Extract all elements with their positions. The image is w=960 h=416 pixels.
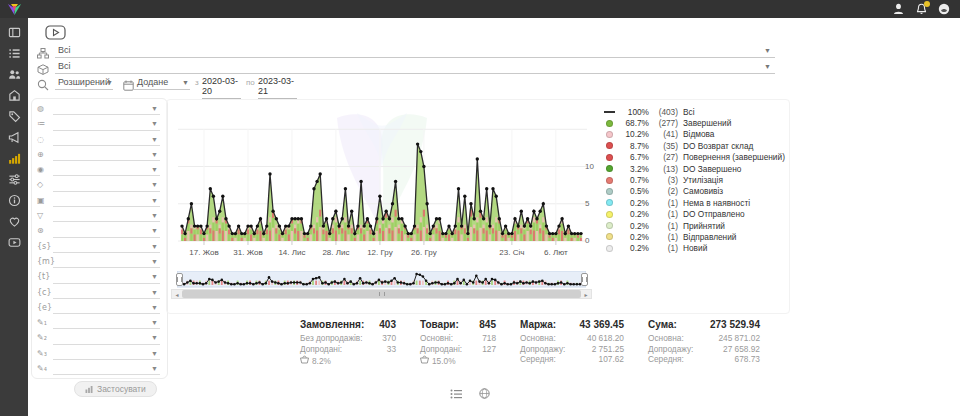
chevron-down-icon[interactable]: ▼ <box>151 243 158 250</box>
filter-product[interactable]: Всі ▼ <box>36 60 777 74</box>
filter-row-user-plus[interactable]: ⊕▼ <box>32 148 167 163</box>
chevron-down-icon[interactable]: ▼ <box>151 166 158 173</box>
filter-row-status[interactable]: ◌▼ <box>32 133 167 148</box>
legend-item[interactable]: 0.5%(2)Самовивіз <box>603 186 785 197</box>
sidebar-item-settings[interactable] <box>7 172 22 187</box>
chevron-down-icon[interactable]: ▼ <box>151 227 158 234</box>
chevron-down-icon[interactable]: ▼ <box>151 151 158 158</box>
user-icon[interactable] <box>892 3 904 15</box>
avatar-icon[interactable] <box>938 3 950 15</box>
chevron-down-icon[interactable]: ▼ <box>151 181 158 188</box>
legend-label: Утилізація <box>683 175 723 185</box>
legend-item[interactable]: 0.2%(1)DO Отправлено <box>603 209 785 220</box>
chevron-down-icon[interactable]: ▼ <box>151 197 158 204</box>
stat-sub-label: Основні: <box>420 333 453 344</box>
chevron-down-icon[interactable]: ▼ <box>764 63 771 70</box>
sidebar-item-store[interactable] <box>7 88 22 103</box>
filter-row-edit-4[interactable]: ✎₄▼ <box>32 362 167 377</box>
date-to-input[interactable]: 2023-03-21 <box>258 76 297 99</box>
legend-item[interactable]: 8.7%(35)DO Возврат склад <box>603 140 785 151</box>
chevron-down-icon[interactable]: ▼ <box>151 273 158 280</box>
sidebar-item-dashboard[interactable] <box>7 25 22 40</box>
filter-category[interactable]: Всі ▼ <box>36 44 777 58</box>
filter-row-edit-1[interactable]: ✎₁▼ <box>32 316 167 331</box>
filter-row-var-t[interactable]: {t}▼ <box>32 270 167 285</box>
chevron-down-icon[interactable]: ▼ <box>151 319 158 326</box>
y-tick-label: 5 <box>585 199 589 208</box>
legend-item[interactable]: 0.2%(1)Новий <box>603 243 785 254</box>
filter-row-package[interactable]: ◇▼ <box>32 178 167 193</box>
sidebar-item-analytics[interactable] <box>7 151 22 166</box>
date-field-select[interactable]: Додане <box>137 77 168 87</box>
navigator-right-handle[interactable] <box>581 273 588 286</box>
bell-icon[interactable] <box>915 3 927 15</box>
search-mode-select[interactable]: Розширений <box>58 77 110 87</box>
chevron-down-icon[interactable]: ▼ <box>151 120 158 127</box>
sidebar-item-customers[interactable] <box>7 67 22 82</box>
filter-underline <box>53 283 160 284</box>
range-navigator[interactable] <box>177 271 586 288</box>
chart-legend: 100%(403)Всі68.7%(277)Завершений10.2%(41… <box>603 106 785 254</box>
filter-row-edit-2[interactable]: ✎₂▼ <box>32 331 167 346</box>
legend-percent: 10.2% <box>619 129 649 139</box>
filter-row-coin[interactable]: ◉▼ <box>32 163 167 178</box>
filter-row-var-e[interactable]: {e}▼ <box>32 301 167 316</box>
legend-count: (1) <box>649 198 678 208</box>
chevron-down-icon[interactable]: ▼ <box>151 365 158 372</box>
chevron-down-icon[interactable]: ▼ <box>764 47 771 54</box>
filter-row-funnel[interactable]: ▽▼ <box>32 209 167 224</box>
chevron-down-icon[interactable]: ▼ <box>151 289 158 296</box>
scroll-left-arrow[interactable]: ◂ <box>172 290 182 298</box>
filter-row-sort[interactable]: ≔▼ <box>32 117 167 132</box>
filter-underline <box>53 160 160 161</box>
sidebar-item-promotions[interactable] <box>7 109 22 124</box>
sidebar-item-info[interactable] <box>7 193 22 208</box>
legend-item[interactable]: 0.2%(1)Відправлений <box>603 231 785 242</box>
chevron-down-icon[interactable]: ▼ <box>151 304 158 311</box>
filter-row-var-c[interactable]: {c}▼ <box>32 286 167 301</box>
filter-row-var-m[interactable]: {m}▼ <box>32 255 167 270</box>
date-from-input[interactable]: 2020-03-20 <box>202 76 241 99</box>
filter-row-wheel[interactable]: ◍▼ <box>32 102 167 117</box>
legend-item[interactable]: 6.7%(27)Повернення (завершений) <box>603 152 785 163</box>
filter-row-globe[interactable]: ⊛▼ <box>32 224 167 239</box>
stat-sub-label: Середня: <box>648 354 684 365</box>
chevron-down-icon[interactable]: ▼ <box>182 79 189 86</box>
apply-button[interactable]: Застосувати <box>74 381 157 397</box>
legend-item[interactable]: 68.7%(277)Завершений <box>603 117 785 128</box>
chevron-down-icon[interactable]: ▼ <box>151 212 158 219</box>
scroll-right-arrow[interactable]: ▸ <box>581 290 591 298</box>
chevron-down-icon[interactable]: ▼ <box>151 258 158 265</box>
filter-underline <box>53 344 160 345</box>
sidebar-item-video-tutorials[interactable] <box>7 235 22 250</box>
legend-item[interactable]: 0.7%(3)Утилізація <box>603 174 785 185</box>
legend-item[interactable]: 0.2%(1)Нема в наявності <box>603 197 785 208</box>
sidebar-item-support[interactable] <box>7 214 22 229</box>
legend-item[interactable]: 100%(403)Всі <box>603 106 785 117</box>
legend-count: (3) <box>649 175 678 185</box>
filter-row-image[interactable]: ▣▼ <box>32 194 167 209</box>
stat-value: 403 <box>379 319 396 330</box>
stat-title: Замовлення: <box>300 319 364 330</box>
chevron-down-icon[interactable]: ▼ <box>151 136 158 143</box>
legend-label: Самовивіз <box>683 186 723 196</box>
chevron-down-icon[interactable]: ▼ <box>151 334 158 341</box>
var-c-icon: {c} <box>37 288 52 297</box>
scrollbar-thumb[interactable] <box>182 290 581 298</box>
chevron-down-icon[interactable]: ▼ <box>106 79 113 86</box>
legend-item[interactable]: 0.2%(1)Прийнятий <box>603 220 785 231</box>
chevron-down-icon[interactable]: ▼ <box>151 105 158 112</box>
video-help-icon[interactable] <box>45 25 66 44</box>
chevron-down-icon[interactable]: ▼ <box>151 350 158 357</box>
legend-item[interactable]: 3.2%(13)DO Завершено <box>603 163 785 174</box>
filter-row-edit-3[interactable]: ✎₃▼ <box>32 347 167 362</box>
filter-row-var-s[interactable]: {s}▼ <box>32 240 167 255</box>
y-tick-label: 10 <box>585 162 594 171</box>
chart-settings-icon[interactable] <box>450 385 462 403</box>
legend-percent: 68.7% <box>619 118 649 128</box>
legend-item[interactable]: 10.2%(41)Відмова <box>603 129 785 140</box>
sidebar-item-marketing[interactable] <box>7 130 22 145</box>
sidebar-item-orders-list[interactable] <box>7 46 22 61</box>
navigator-left-handle[interactable] <box>176 273 183 286</box>
export-icon[interactable] <box>479 385 490 403</box>
